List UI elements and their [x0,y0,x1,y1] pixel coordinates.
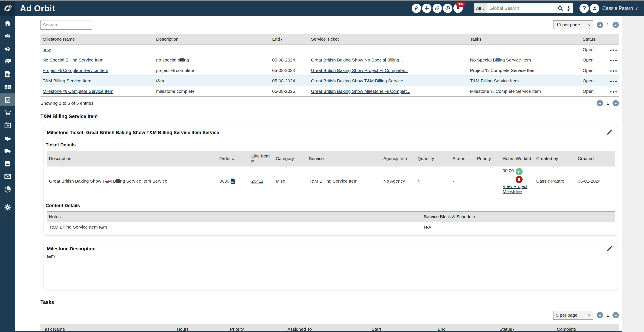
orbit-logo-icon [3,3,12,13]
microphone-icon[interactable] [565,5,572,11]
sidebar-item-deals[interactable] [0,42,15,55]
prev-page-button[interactable]: ◀ [597,312,603,318]
link-icon [434,5,440,11]
row-actions-menu[interactable]: ●●● [610,58,618,62]
calendar-star-icon [4,122,11,129]
milestones-per-page-select[interactable]: 10 per page ∨ [553,20,593,29]
milestone-link[interactable]: No Special Billing Service Item [42,57,104,62]
user-chevron-down-icon[interactable]: ∨ [635,6,638,11]
milestone-link[interactable]: new [42,47,51,52]
pie-chart-icon [4,186,11,193]
milestones-search-input[interactable] [40,20,92,29]
clipboard-check-icon [4,96,11,103]
notification-badge: 99+ [456,2,465,7]
sidebar-item-events[interactable] [0,119,15,132]
celebration-button[interactable] [412,3,421,13]
user-menu-button[interactable] [590,3,599,13]
brand-title: Ad Orbit [20,3,55,13]
selected-milestone-title: T&M Billing Service Item [40,114,619,119]
notifications-button[interactable]: 99+ [454,3,463,13]
view-project-milestone-link[interactable]: View Project Milestone [502,184,527,194]
row-actions-menu[interactable]: ●●● [610,79,618,83]
svg-text:W2: W2 [6,162,10,165]
milestone-description-text: t&m [47,254,614,259]
user-name[interactable]: Cassie Pataro [602,5,633,11]
sidebar-item-email[interactable] [0,170,15,183]
sidebar-item-rate-cards[interactable]: $ [0,81,15,93]
milestone-link[interactable]: Project % Complete Service Item [42,68,108,73]
sidebar-divider [3,198,12,198]
milestone-description-title: Milestone Description [47,246,614,252]
col-tasks[interactable]: Tasks [468,34,580,44]
tasks-per-page-select[interactable]: 5 per page ∨ [553,311,593,320]
service-ticket-link[interactable]: Great British Baking Show No Special Bil… [311,57,403,62]
quick-links-button[interactable] [432,3,442,13]
cart-icon [4,109,11,116]
service-block-value: N/A [422,222,615,232]
add-button[interactable] [422,3,432,13]
milestone-link[interactable]: Milestone % Complete Service Item [42,89,114,94]
row-actions-menu[interactable]: ●●● [610,48,618,52]
search-icon[interactable] [557,5,564,11]
sidebar-item-home[interactable] [0,17,15,29]
stop-icon [518,178,520,181]
edit-pencil-icon[interactable] [606,129,613,135]
next-page-button[interactable]: ▶ [612,22,619,28]
sidebar-item-billing[interactable]: $ [0,68,15,81]
sidebar-item-orders[interactable] [0,106,15,119]
service-ticket-link[interactable]: Great British Baking Show Project % Comp… [311,68,408,73]
global-search-bar: All ∨ [474,3,573,13]
row-actions-menu[interactable]: ●●● [610,69,618,73]
next-page-button[interactable]: ▶ [612,100,619,106]
sidebar-item-reports[interactable] [0,183,15,196]
sidebar-item-contacts[interactable] [0,29,15,42]
history-icon [445,5,450,11]
milestone-ticket-card: Milestone Ticket: Great British Baking S… [44,125,618,236]
global-search-input[interactable] [487,3,557,13]
milestone-row: No Special Billing Service Item no speci… [40,55,619,65]
col-milestone-name[interactable]: Milestone Name [40,34,154,44]
sidebar-item-mailbox[interactable] [0,132,15,144]
prev-page-button[interactable]: ◀ [597,22,603,28]
search-scope-select[interactable]: All ∨ [474,3,487,13]
celebration-icon [414,5,419,11]
page-number: 1 [606,101,609,106]
help-button[interactable]: ? [580,3,589,13]
milestones-table: Milestone Name Description End▾ Service … [40,34,619,97]
rate-book-icon: $ [4,83,11,91]
prev-page-button[interactable]: ◀ [597,100,603,106]
service-ticket-link[interactable]: Great British Baking Show Milestone % Co… [311,89,410,94]
hours-worked-link[interactable]: 00:00 [502,168,514,184]
milestone-link[interactable]: T&M Billing Service Item [42,78,91,83]
col-service-ticket[interactable]: Service Ticket [309,34,468,44]
sidebar-item-projects[interactable] [0,93,15,106]
entries-summary: Showing 1 to 5 of 5 entries [40,101,94,106]
next-page-button[interactable]: ▶ [612,312,619,318]
col-status[interactable]: Status [580,34,608,44]
sidebar-item-delivery[interactable] [0,144,15,157]
svg-text:PDF: PDF [231,181,234,183]
avatar-icon [592,5,597,11]
users-icon [4,32,11,39]
sidebar-item-tax-forms[interactable]: W2 [0,157,15,170]
service-ticket-link[interactable]: Great British Baking Show T&M Billing Se… [311,78,407,83]
col-end[interactable]: End▾ [270,34,309,44]
content-header-row: Notes Service Block & Schedule [47,212,615,222]
col-description[interactable]: Description [154,34,270,44]
chevron-down-icon: ∨ [588,23,590,27]
edit-pencil-icon[interactable] [606,245,613,252]
start-timer-button[interactable]: ▶ [516,168,522,175]
stop-timer-button[interactable] [516,176,522,183]
row-actions-menu[interactable]: ●●● [610,90,618,93]
history-button[interactable] [443,3,452,13]
app-logo[interactable] [0,1,15,16]
ticket-details-heading: Ticket Details [46,142,614,148]
pdf-icon[interactable]: PDF [231,178,235,184]
sidebar-item-settings[interactable] [0,201,15,214]
tasks-pager-top: ◀ 1 ▶ [597,312,619,318]
chevron-down-icon: ∨ [588,313,590,318]
w2-form-icon: W2 [4,160,11,167]
line-item-link[interactable]: 20411 [251,179,264,183]
sidebar-item-media[interactable] [0,55,15,68]
sort-caret-icon: ▾ [280,38,282,41]
